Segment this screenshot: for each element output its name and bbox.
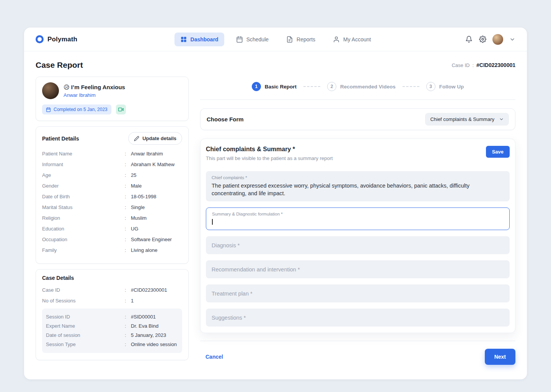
row-separator: :: [125, 214, 131, 222]
form-fields: Chief complaints * The patient expressed…: [206, 171, 510, 327]
user-avatar[interactable]: [492, 34, 503, 45]
brand-logo[interactable]: Polymath: [36, 35, 124, 43]
profile-chevron-down-icon[interactable]: [509, 36, 515, 42]
row-separator: :: [125, 332, 131, 339]
user-icon: [333, 36, 340, 43]
row-value: Dr. Eva Bind: [131, 322, 178, 330]
suggestions-field[interactable]: Suggestions *: [206, 309, 510, 327]
row-separator: :: [125, 247, 131, 254]
recommendation-field[interactable]: Recommendation and intervention *: [206, 260, 510, 278]
step-basic-report[interactable]: 1 Basic Report: [252, 82, 297, 91]
page-title: Case Report: [36, 60, 83, 70]
row-separator: :: [125, 286, 131, 294]
case-details-title: Case Details: [42, 275, 74, 281]
detail-row: Case ID:#CID022300001: [42, 286, 182, 295]
form-type-dropdown[interactable]: Chief complaints & Summary: [425, 113, 509, 126]
update-details-button[interactable]: Update details: [128, 132, 182, 145]
row-value: #CID022300001: [131, 286, 182, 294]
nav-item-reports[interactable]: Reports: [280, 33, 321, 46]
report-stepper: 1 Basic Report 2 Recommended Videos 3 Fo…: [200, 77, 515, 100]
nav-item-my-account[interactable]: My Account: [327, 33, 377, 46]
patient-feeling-title: 😥 I’m Feeling Anxious: [64, 84, 125, 91]
diagnosis-field[interactable]: Diagnosis *: [206, 236, 510, 254]
row-separator: :: [125, 236, 131, 243]
nav-label-my-account: My Account: [343, 36, 371, 42]
form-header: Chief complaints & Summary * This part w…: [206, 146, 510, 161]
nav-item-schedule[interactable]: Schedule: [230, 33, 274, 46]
detail-row: Marital Status:Single: [42, 203, 182, 212]
chief-complaints-field[interactable]: Chief complaints * The patient expressed…: [206, 171, 510, 201]
form-header-text: Chief complaints & Summary * This part w…: [206, 146, 333, 161]
row-value: Anwar Ibrahim: [131, 150, 182, 158]
content-area: 😥 I’m Feeling Anxious Anwar Ibrahim Comp…: [24, 77, 527, 379]
detail-row: Date of Birth:18-05-1998: [42, 192, 182, 201]
save-button[interactable]: Save: [486, 146, 510, 158]
detail-row: Date of session:5 January, 2023: [46, 331, 178, 340]
cancel-button[interactable]: Cancel: [205, 354, 223, 360]
row-label: Occupation: [42, 236, 125, 243]
case-id-header: Case ID : #CID022300001: [452, 62, 515, 68]
row-separator: :: [125, 225, 131, 233]
completed-badge: Completed on 5 Jan, 2023: [42, 105, 111, 114]
row-separator: :: [125, 161, 131, 168]
row-separator: :: [125, 172, 131, 179]
row-label: Session Type: [46, 341, 125, 348]
step-connector: [403, 86, 419, 87]
case-details-card: Case Details Case ID:#CID022300001 No of…: [36, 269, 189, 360]
patient-details-card: Patient Details Update details Patient N…: [36, 126, 189, 264]
app-window: Polymath Dashboard Schedule Reports My: [24, 28, 527, 379]
patient-name-link[interactable]: Anwar Ibrahim: [64, 92, 125, 98]
step-number: 1: [252, 82, 261, 91]
row-separator: :: [125, 204, 131, 211]
treatment-plan-field[interactable]: Treatment plan *: [206, 284, 510, 302]
stepper-divider: [200, 100, 515, 100]
patient-status-row: Completed on 5 Jan, 2023: [42, 105, 182, 114]
row-value: #SID00001: [131, 313, 178, 321]
step-label: Follow Up: [439, 84, 464, 90]
row-separator: :: [125, 322, 131, 330]
case-id-separator: :: [472, 62, 474, 68]
detail-row: Session Type:Online video session: [46, 340, 178, 349]
patient-meta: 😥 I’m Feeling Anxious Anwar Ibrahim: [64, 84, 125, 98]
step-recommended-videos[interactable]: 2 Recommended Videos: [327, 82, 396, 91]
field-placeholder: Recommendation and intervention *: [212, 266, 300, 273]
row-value: 18-05-1998: [131, 193, 182, 201]
detail-row: Gender:Male: [42, 181, 182, 191]
field-label: Summary & Diagnostic formulation *: [212, 212, 504, 216]
case-details-header: Case Details: [42, 275, 182, 281]
step-connector: [303, 86, 320, 87]
step-label: Basic Report: [265, 84, 297, 90]
field-label: Chief complaints *: [212, 175, 504, 180]
row-label: Religion: [42, 214, 125, 222]
brand-name: Polymath: [47, 36, 77, 43]
choose-form-card: Choose Form Chief complaints & Summary: [200, 108, 515, 130]
polymath-logo-icon: [36, 35, 44, 43]
main-nav: Dashboard Schedule Reports My Account: [124, 33, 427, 46]
patient-top: 😥 I’m Feeling Anxious Anwar Ibrahim: [42, 82, 182, 99]
row-value: Online video session: [131, 341, 178, 348]
case-id-value: #CID022300001: [476, 62, 515, 68]
badge-calendar-icon: [46, 107, 51, 112]
nav-label-reports: Reports: [297, 36, 315, 42]
next-button[interactable]: Next: [485, 349, 515, 365]
video-camera-icon: [118, 107, 124, 112]
step-number: 2: [327, 82, 336, 91]
nav-item-dashboard[interactable]: Dashboard: [174, 33, 224, 46]
row-label: Session ID: [46, 313, 125, 321]
settings-gear-icon[interactable]: [479, 36, 486, 43]
detail-row: No of Sessions:1: [42, 296, 182, 305]
step-follow-up[interactable]: 3 Follow Up: [426, 82, 464, 91]
summary-diagnostic-field[interactable]: Summary & Diagnostic formulation *: [206, 207, 510, 230]
row-separator: :: [125, 297, 131, 305]
row-value: 1: [131, 297, 182, 305]
notifications-bell-icon[interactable]: [465, 36, 473, 43]
detail-row: Education:UG: [42, 224, 182, 234]
video-session-button[interactable]: [116, 105, 126, 114]
row-label: No of Sessions: [42, 297, 125, 305]
topbar-actions: [427, 34, 515, 45]
row-label: Informant: [42, 161, 125, 168]
form-footer: Cancel Next: [200, 341, 515, 368]
row-label: Patient Name: [42, 150, 125, 158]
step-number: 3: [426, 82, 435, 91]
form-title: Chief complaints & Summary *: [206, 146, 333, 153]
